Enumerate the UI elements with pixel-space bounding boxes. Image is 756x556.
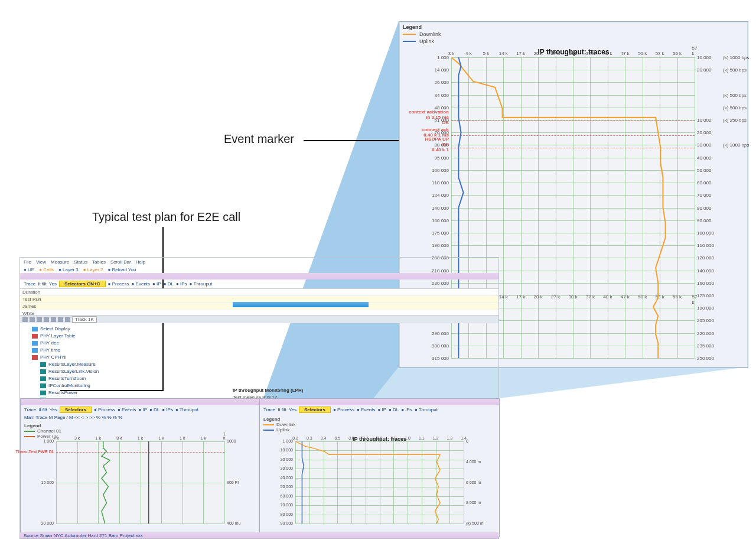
gantt-bar[interactable] [233,302,369,307]
gantt-row-label: Test Run [20,297,152,302]
filter-chip[interactable]: ● Process [108,281,129,287]
x-tick-top: 57 k [692,45,698,56]
filter-chip[interactable]: ● DL [389,407,399,412]
figure-canvas: { "annotations": { "event_marker": "Even… [0,0,756,556]
filter-chip[interactable]: ● Throuput [175,407,198,412]
menu-item[interactable]: Scroll Bar [110,259,131,265]
filter-chip[interactable]: ● IPs [401,407,412,412]
y-tick-right: 140 000 [695,268,747,274]
axis-unit-label: (k) 1000 bps [723,55,749,60]
filter-chip[interactable]: ● Events [132,281,151,287]
filter-label: Trace [24,281,35,287]
x-tick-top: 17 k [516,51,525,56]
tree-item[interactable]: Select Display [32,326,495,333]
filter-chip[interactable]: ● Process [333,407,354,412]
divider-purple [260,399,499,405]
filter-chip[interactable]: ● IP [377,407,386,412]
menu-item[interactable]: Help [136,259,145,265]
dashboard-window: FileViewMeasureStatusTablesScroll BarHel… [19,257,499,539]
status-bar: Source Sman NYC Automoter Hard 271 Barn … [20,532,498,538]
event-marker: context activationin 0.15 msOK [409,109,451,125]
selectors-button[interactable]: Selectors ON+C [59,281,106,287]
axis-unit-label: (k) 500 bps [723,105,747,110]
tree-item[interactable]: PHY time [32,347,495,354]
x-tick-top: 27 k [551,51,560,56]
filter-bar[interactable]: TraceIt filtYesSelectors ON+C● Process● … [20,279,498,288]
x-tick-top: 4 k [465,51,472,56]
dashboard-top: FileViewMeasureStatusTablesScroll BarHel… [20,258,498,396]
axis-unit-label: (k) 500 bps [723,93,747,98]
toolbar-label[interactable]: ● UE [24,267,34,272]
y-tick-left: 26 000 [399,80,451,85]
filter-chip[interactable]: ● Events [357,407,376,412]
x-tick-top: 40 k [603,51,612,56]
selectors-button[interactable]: Selectors [60,407,92,413]
legend-label-downlink: Downlink [419,31,441,37]
tool-icon[interactable] [30,317,35,322]
tree-item[interactable]: PHY Layer Table [32,333,495,340]
filter-label: It filt [278,407,286,412]
selectors-button[interactable]: Selectors [299,407,331,413]
y-tick-right: 160 000 [695,281,747,286]
tool-icon[interactable] [51,317,56,322]
tool-icon[interactable] [22,317,28,322]
tree-item[interactable]: ResultsLayerLink.Vision [40,368,495,375]
menu-item[interactable]: Status [74,259,87,265]
menubar[interactable]: FileViewMeasureStatusTablesScroll BarHel… [20,258,498,266]
legend-label: Downlink [276,422,295,427]
tree-item[interactable]: PHY dec [32,340,495,347]
x-tick-top: 37 k [586,51,595,56]
gantt-timeline[interactable]: Duration Test Run James White [20,288,498,316]
filter-chip[interactable]: ● IP [152,281,161,287]
toolbar-label[interactable]: ● Cells [39,267,54,272]
tree-group[interactable]: PHY CPHYll [32,354,495,361]
filter-chip[interactable]: ● Process [94,407,115,412]
menu-item[interactable]: File [24,259,31,265]
filter-label: Trace [24,407,36,412]
y-tick-right: 80 000 [695,206,747,211]
toolbar-label[interactable]: ● Reload You [108,267,136,272]
mini-filter-bar[interactable]: TraceIt filtYesSelectors● Process● Event… [21,405,260,414]
swatch-power [24,436,35,437]
x-tick-top: 14 k [499,51,508,56]
y-tick-left: 124 000 [399,193,451,198]
tree-item[interactable]: ResultsLayer.Measure [40,361,495,368]
filter-chip[interactable]: ● Events [118,407,136,412]
mini-plot-area[interactable]: 1 00010 00020 00030 00040 00050 00060 00… [295,441,464,524]
menu-item[interactable]: Measure [51,259,69,265]
menu-item[interactable]: View [36,259,46,265]
filter-chip[interactable]: ● IPs [176,281,187,287]
mini-filter-bar[interactable]: TraceIt filtYesSelectors● Process● Event… [260,405,499,414]
gantt-row-label: Duration [20,290,152,295]
view-toolbar[interactable]: ● UE● Cells● Layer 3● Layer 2● Reload Yo… [20,266,498,273]
legend-row-downlink: Downlink [403,31,441,37]
tool-icon[interactable] [37,317,42,322]
filter-chip[interactable]: ● DL [164,281,174,287]
filter-label: It filt [38,407,47,412]
swatch-downlink [403,34,416,35]
toolbar-label[interactable]: ● Layer 3 [58,267,79,272]
menu-item[interactable]: Tables [92,259,106,265]
x-tick-top: 50 k [638,51,647,56]
x-tick-top: 47 k [621,51,630,56]
tool-icon[interactable] [44,317,49,322]
tree-item[interactable]: ResultsTurnZoom [40,375,495,382]
filter-chip[interactable]: ● IPs [162,407,173,412]
swatch-uplink [263,430,274,431]
mini-controls[interactable]: Main Trace M Page / M << < > >> % % % % … [21,414,260,421]
mini-plot-area[interactable]: 1 00015 00030 0001000800 PI400 mu4 k3 k1… [56,441,224,524]
filter-chip[interactable]: ● Throuput [415,407,438,412]
swatch-channel [24,431,35,432]
y-tick-left: 110 000 [399,180,451,186]
filter-chip[interactable]: ● Throuput [190,281,213,287]
filter-chip[interactable]: ● IP [138,407,147,412]
legend-label: Channel 01 [37,428,61,434]
filter-chip[interactable]: ● DL [149,407,159,412]
legend-label-uplink: Uplink [419,38,434,44]
tool-icon[interactable] [58,317,63,322]
toolbar-label[interactable]: ● Layer 2 [83,267,103,272]
y-tick-right: 190 000 [695,305,747,311]
tool-icon[interactable] [65,317,70,322]
filter-label: Yes [289,407,296,412]
swatch-uplink [403,41,416,42]
